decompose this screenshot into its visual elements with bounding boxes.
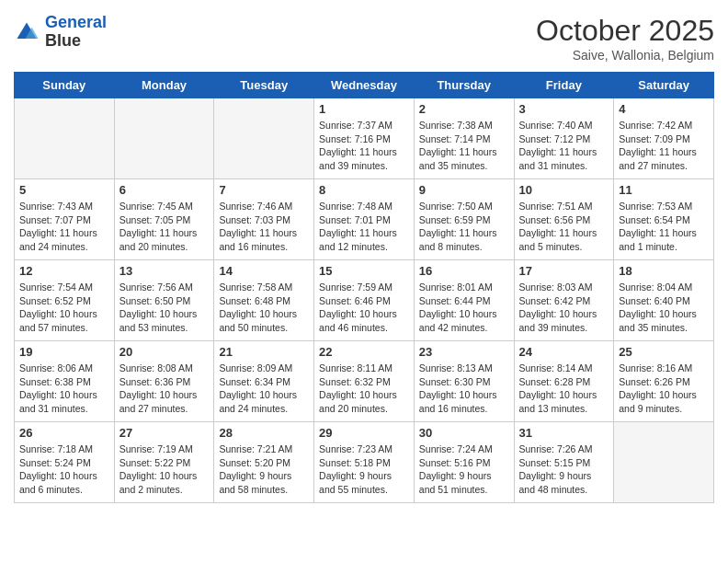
day-number: 24 [519, 345, 609, 359]
day-number: 13 [119, 264, 210, 278]
day-number: 18 [619, 264, 709, 278]
day-info: Sunrise: 8:06 AMSunset: 6:38 PMDaylight:… [19, 362, 109, 416]
day-number: 3 [519, 102, 609, 116]
calendar-day-cell: 22Sunrise: 8:11 AMSunset: 6:32 PMDayligh… [314, 341, 415, 422]
month-title: October 2025 [536, 14, 714, 48]
day-info: Sunrise: 8:01 AMSunset: 6:44 PMDaylight:… [419, 281, 509, 335]
calendar-day-cell [15, 98, 115, 179]
calendar-day-cell: 21Sunrise: 8:09 AMSunset: 6:34 PMDayligh… [214, 341, 314, 422]
weekday-header: Monday [114, 73, 214, 98]
calendar-day-cell: 12Sunrise: 7:54 AMSunset: 6:52 PMDayligh… [15, 260, 115, 341]
calendar-day-cell: 26Sunrise: 7:18 AMSunset: 5:24 PMDayligh… [15, 422, 115, 503]
calendar-day-cell: 19Sunrise: 8:06 AMSunset: 6:38 PMDayligh… [15, 341, 115, 422]
day-info: Sunrise: 7:59 AMSunset: 6:46 PMDaylight:… [319, 281, 409, 335]
logo-line1: General [45, 13, 107, 31]
calendar-day-cell: 15Sunrise: 7:59 AMSunset: 6:46 PMDayligh… [314, 260, 415, 341]
day-number: 29 [319, 426, 409, 440]
calendar-day-cell: 30Sunrise: 7:24 AMSunset: 5:16 PMDayligh… [414, 422, 514, 503]
day-info: Sunrise: 7:24 AMSunset: 5:16 PMDaylight:… [419, 442, 509, 497]
day-info: Sunrise: 7:48 AMSunset: 7:01 PMDaylight:… [319, 200, 409, 254]
logo: General Blue [14, 14, 107, 51]
calendar-week-row: 1Sunrise: 7:37 AMSunset: 7:16 PMDaylight… [15, 98, 714, 179]
calendar-day-cell: 28Sunrise: 7:21 AMSunset: 5:20 PMDayligh… [214, 422, 314, 503]
day-info: Sunrise: 7:56 AMSunset: 6:50 PMDaylight:… [119, 281, 210, 335]
logo-icon [14, 19, 40, 45]
day-number: 12 [19, 264, 109, 278]
day-number: 21 [219, 345, 309, 359]
logo-line2: Blue [45, 32, 107, 51]
calendar-day-cell: 8Sunrise: 7:48 AMSunset: 7:01 PMDaylight… [314, 179, 415, 260]
day-number: 16 [419, 264, 509, 278]
calendar-table: SundayMondayTuesdayWednesdayThursdayFrid… [14, 72, 714, 503]
calendar-day-cell: 6Sunrise: 7:45 AMSunset: 7:05 PMDaylight… [114, 179, 214, 260]
day-info: Sunrise: 7:18 AMSunset: 5:24 PMDaylight:… [19, 442, 109, 497]
day-number: 14 [219, 264, 309, 278]
day-info: Sunrise: 7:19 AMSunset: 5:22 PMDaylight:… [119, 442, 210, 497]
day-info: Sunrise: 8:03 AMSunset: 6:42 PMDaylight:… [519, 281, 609, 335]
calendar-day-cell: 25Sunrise: 8:16 AMSunset: 6:26 PMDayligh… [614, 341, 714, 422]
title-block: October 2025 Saive, Wallonia, Belgium [536, 14, 714, 63]
day-number: 19 [19, 345, 109, 359]
day-info: Sunrise: 7:26 AMSunset: 5:15 PMDaylight:… [519, 442, 609, 497]
calendar-day-cell: 27Sunrise: 7:19 AMSunset: 5:22 PMDayligh… [114, 422, 214, 503]
weekday-header: Wednesday [314, 73, 415, 98]
day-number: 31 [519, 426, 609, 440]
calendar-day-cell: 24Sunrise: 8:14 AMSunset: 6:28 PMDayligh… [514, 341, 614, 422]
page-header: General Blue October 2025 Saive, Walloni… [14, 14, 714, 63]
day-number: 8 [319, 183, 409, 197]
weekday-header: Friday [514, 73, 614, 98]
calendar-day-cell: 31Sunrise: 7:26 AMSunset: 5:15 PMDayligh… [514, 422, 614, 503]
weekday-header: Sunday [15, 73, 115, 98]
day-number: 1 [319, 102, 409, 116]
calendar-day-cell: 2Sunrise: 7:38 AMSunset: 7:14 PMDaylight… [414, 98, 514, 179]
day-number: 15 [319, 264, 409, 278]
day-number: 28 [219, 426, 309, 440]
day-info: Sunrise: 7:51 AMSunset: 6:56 PMDaylight:… [519, 200, 609, 254]
day-info: Sunrise: 8:11 AMSunset: 6:32 PMDaylight:… [319, 362, 409, 416]
calendar-day-cell: 17Sunrise: 8:03 AMSunset: 6:42 PMDayligh… [514, 260, 614, 341]
day-info: Sunrise: 8:09 AMSunset: 6:34 PMDaylight:… [219, 362, 309, 416]
day-number: 26 [19, 426, 109, 440]
calendar-day-cell [114, 98, 214, 179]
calendar-day-cell: 14Sunrise: 7:58 AMSunset: 6:48 PMDayligh… [214, 260, 314, 341]
calendar-day-cell: 18Sunrise: 8:04 AMSunset: 6:40 PMDayligh… [614, 260, 714, 341]
day-info: Sunrise: 8:04 AMSunset: 6:40 PMDaylight:… [619, 281, 709, 335]
day-info: Sunrise: 7:23 AMSunset: 5:18 PMDaylight:… [319, 442, 409, 497]
day-number: 30 [419, 426, 509, 440]
day-number: 25 [619, 345, 709, 359]
calendar-week-row: 12Sunrise: 7:54 AMSunset: 6:52 PMDayligh… [15, 260, 714, 341]
day-info: Sunrise: 7:58 AMSunset: 6:48 PMDaylight:… [219, 281, 309, 335]
day-info: Sunrise: 7:40 AMSunset: 7:12 PMDaylight:… [519, 119, 609, 173]
day-info: Sunrise: 7:21 AMSunset: 5:20 PMDaylight:… [219, 442, 309, 497]
calendar-day-cell: 5Sunrise: 7:43 AMSunset: 7:07 PMDaylight… [15, 179, 115, 260]
day-info: Sunrise: 8:16 AMSunset: 6:26 PMDaylight:… [619, 362, 709, 416]
day-number: 6 [119, 183, 210, 197]
day-info: Sunrise: 7:46 AMSunset: 7:03 PMDaylight:… [219, 200, 309, 254]
calendar-day-cell: 16Sunrise: 8:01 AMSunset: 6:44 PMDayligh… [414, 260, 514, 341]
day-info: Sunrise: 7:38 AMSunset: 7:14 PMDaylight:… [419, 119, 509, 173]
calendar-day-cell: 1Sunrise: 7:37 AMSunset: 7:16 PMDaylight… [314, 98, 415, 179]
day-number: 20 [119, 345, 210, 359]
day-number: 27 [119, 426, 210, 440]
day-info: Sunrise: 7:53 AMSunset: 6:54 PMDaylight:… [619, 200, 709, 254]
weekday-header-row: SundayMondayTuesdayWednesdayThursdayFrid… [15, 73, 714, 98]
day-info: Sunrise: 8:13 AMSunset: 6:30 PMDaylight:… [419, 362, 509, 416]
calendar-day-cell: 11Sunrise: 7:53 AMSunset: 6:54 PMDayligh… [614, 179, 714, 260]
day-info: Sunrise: 7:54 AMSunset: 6:52 PMDaylight:… [19, 281, 109, 335]
day-number: 4 [619, 102, 709, 116]
day-info: Sunrise: 7:43 AMSunset: 7:07 PMDaylight:… [19, 200, 109, 254]
calendar-day-cell: 10Sunrise: 7:51 AMSunset: 6:56 PMDayligh… [514, 179, 614, 260]
calendar-week-row: 19Sunrise: 8:06 AMSunset: 6:38 PMDayligh… [15, 341, 714, 422]
day-number: 23 [419, 345, 509, 359]
day-info: Sunrise: 8:08 AMSunset: 6:36 PMDaylight:… [119, 362, 210, 416]
calendar-day-cell: 9Sunrise: 7:50 AMSunset: 6:59 PMDaylight… [414, 179, 514, 260]
calendar-week-row: 5Sunrise: 7:43 AMSunset: 7:07 PMDaylight… [15, 179, 714, 260]
day-number: 22 [319, 345, 409, 359]
day-info: Sunrise: 8:14 AMSunset: 6:28 PMDaylight:… [519, 362, 609, 416]
day-number: 11 [619, 183, 709, 197]
day-info: Sunrise: 7:42 AMSunset: 7:09 PMDaylight:… [619, 119, 709, 173]
day-number: 10 [519, 183, 609, 197]
calendar-day-cell: 13Sunrise: 7:56 AMSunset: 6:50 PMDayligh… [114, 260, 214, 341]
location-subtitle: Saive, Wallonia, Belgium [536, 48, 714, 63]
calendar-day-cell: 23Sunrise: 8:13 AMSunset: 6:30 PMDayligh… [414, 341, 514, 422]
